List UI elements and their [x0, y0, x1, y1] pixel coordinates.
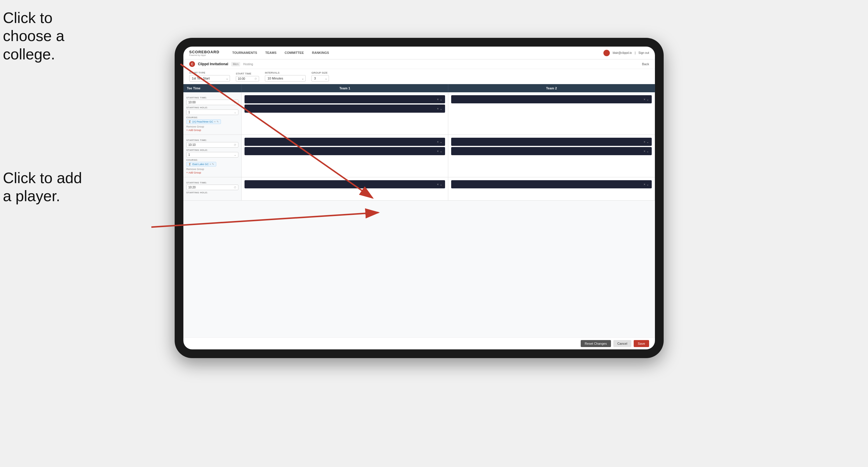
app-header: SCOREBOARD Powered by clippd TOURNAMENTS… — [183, 46, 655, 59]
course-edit-1[interactable]: ✎ — [217, 120, 219, 123]
course-tag-1[interactable]: 🏌 (A) Peachtree GC × ✎ — [186, 119, 221, 124]
back-button[interactable]: Back — [642, 62, 649, 66]
player-row[interactable]: × ⌄ — [451, 147, 652, 155]
logo-sub: Powered by clippd — [189, 54, 219, 56]
player-edit-btn[interactable]: ⌄ — [647, 140, 649, 144]
annotation-choose-college: Click to choose a college. — [3, 9, 102, 63]
starting-time-label-3: STARTING TIME: — [186, 181, 238, 184]
nav-tabs: TOURNAMENTS TEAMS COMMITTEE RANKINGS — [228, 46, 603, 59]
player-x-btn[interactable]: × — [437, 98, 439, 101]
intervals-select[interactable]: 10 Minutes 8 Minutes 12 Minutes — [265, 75, 306, 82]
remove-group-1[interactable]: Remove Group — [186, 125, 238, 128]
col-team1: Team 1 — [242, 84, 448, 92]
annotation-text-1: Click to choose a — [3, 9, 64, 44]
group-3-team2: × ⌄ — [448, 177, 655, 200]
logo-c-icon: C — [189, 61, 195, 67]
player-actions: × ⌄ — [437, 183, 442, 186]
player-x-btn[interactable]: × — [437, 150, 439, 153]
save-button[interactable]: Save — [634, 340, 649, 347]
sub-header: C Clippd Invitational Men Hosting Back — [183, 59, 655, 69]
tab-rankings[interactable]: RANKINGS — [308, 46, 333, 59]
reset-changes-button[interactable]: Reset Changes — [581, 340, 611, 347]
player-x-btn[interactable]: × — [437, 107, 439, 110]
annotation-text-4: a player. — [3, 187, 60, 205]
player-actions: × ⌄ — [437, 140, 442, 144]
player-edit-btn[interactable]: ⌄ — [647, 183, 649, 186]
course-tag-2[interactable]: 🏌 East Lake GC × ✎ — [186, 162, 216, 166]
player-row[interactable]: × ⌄ — [245, 180, 445, 188]
tablet-screen: SCOREBOARD Powered by clippd TOURNAMENTS… — [183, 46, 655, 349]
tab-teams[interactable]: TEAMS — [261, 46, 281, 59]
course-edit-2[interactable]: ✎ — [212, 163, 214, 166]
intervals-select-wrapper: 10 Minutes 8 Minutes 12 Minutes — [265, 75, 306, 82]
men-tag: Men — [231, 62, 240, 66]
course-icon-2: 🏌 — [188, 163, 191, 166]
course-remove-2[interactable]: × — [210, 163, 211, 166]
starting-time-label-2: STARTING TIME: — [186, 139, 238, 142]
player-edit-btn[interactable]: ⌄ — [440, 183, 442, 186]
player-row[interactable]: × ⌄ — [451, 95, 652, 103]
group-2-left: STARTING TIME: 10:10 ⏱ STARTING HOLE: 1 … — [183, 135, 242, 177]
starting-hole-label-1: STARTING HOLE: — [186, 106, 238, 109]
group-2-team2: × ⌄ × ⌄ — [448, 135, 655, 177]
tab-committee[interactable]: COMMITTEE — [281, 46, 308, 59]
remove-group-2[interactable]: Remove Group — [186, 168, 238, 170]
tournament-name: Clippd Invitational — [198, 62, 228, 66]
starting-time-value-1: 10:00 ⏱ — [186, 100, 238, 105]
group-1-team1: × ⌄ × ⌄ — [242, 92, 448, 134]
add-group-2[interactable]: + Add Group — [186, 171, 238, 174]
player-row[interactable]: × ⌄ — [451, 180, 652, 188]
intervals-group: Intervals 10 Minutes 8 Minutes 12 Minute… — [265, 71, 306, 82]
start-type-select[interactable]: 1st Tee Start Shotgun Start — [189, 75, 230, 82]
group-size-select[interactable]: 3 2 4 — [311, 75, 329, 82]
course-label-1: COURSE: — [186, 116, 238, 119]
player-edit-btn[interactable]: ⌄ — [647, 98, 649, 101]
user-email: blair@clippd.io — [613, 51, 632, 55]
player-x-btn[interactable]: × — [644, 183, 645, 186]
player-edit-btn[interactable]: ⌄ — [440, 150, 442, 153]
starting-time-value-2: 10:10 ⏱ — [186, 142, 238, 148]
starting-time-value-3: 10:20 ⏱ — [186, 185, 238, 190]
player-row[interactable]: × ⌄ — [245, 138, 445, 146]
hole-chevron-1: ⌄ — [234, 111, 236, 114]
start-type-group: Start Type 1st Tee Start Shotgun Start — [189, 71, 230, 82]
player-x-btn[interactable]: × — [644, 150, 645, 153]
player-actions: × ⌄ — [644, 140, 649, 144]
sign-out-link[interactable]: Sign out — [638, 51, 649, 55]
scoreboard-logo: SCOREBOARD Powered by clippd — [189, 50, 219, 56]
time-icon-1: ⏱ — [234, 101, 236, 104]
starting-hole-value-2: 1 ⌄ — [186, 152, 238, 157]
player-x-btn[interactable]: × — [437, 140, 439, 144]
table-header: Tee Time Team 1 Team 2 — [183, 84, 655, 92]
player-edit-btn[interactable]: ⌄ — [647, 150, 649, 153]
logo-title: SCOREBOARD — [189, 50, 219, 54]
group-1-team2: × ⌄ — [448, 92, 655, 134]
player-edit-btn[interactable]: ⌄ — [440, 140, 442, 144]
course-icon-1: 🏌 — [188, 120, 191, 123]
col-tee-time: Tee Time — [183, 84, 242, 92]
starting-hole-value-1: 1 ⌄ — [186, 110, 238, 115]
player-actions: × ⌄ — [437, 98, 442, 101]
player-row[interactable]: × ⌄ — [245, 104, 445, 113]
cancel-button[interactable]: Cancel — [613, 340, 631, 347]
player-row[interactable]: × ⌄ — [245, 95, 445, 103]
course-label-2: COURSE: — [186, 159, 238, 161]
annotation-add-player: Click to add a player. — [3, 169, 96, 205]
player-x-btn[interactable]: × — [644, 140, 645, 144]
starting-hole-label-3: STARTING HOLE: — [186, 191, 238, 194]
player-row[interactable]: × ⌄ — [245, 147, 445, 155]
player-actions: × ⌄ — [644, 183, 649, 186]
table-row: STARTING TIME: 10:00 ⏱ STARTING HOLE: 1 … — [183, 92, 655, 135]
player-row[interactable]: × ⌄ — [451, 138, 652, 146]
player-x-btn[interactable]: × — [437, 183, 439, 186]
add-group-1[interactable]: + Add Group — [186, 129, 238, 132]
player-edit-btn[interactable]: ⌄ — [440, 107, 442, 110]
intervals-label: Intervals — [265, 71, 306, 74]
annotation-text-2: college. — [3, 46, 55, 63]
player-x-btn[interactable]: × — [644, 98, 645, 101]
start-type-select-wrapper: 1st Tee Start Shotgun Start — [189, 75, 230, 82]
player-edit-btn[interactable]: ⌄ — [440, 98, 442, 101]
course-remove-1[interactable]: × — [214, 120, 216, 123]
player-actions: × ⌄ — [437, 150, 442, 153]
tab-tournaments[interactable]: TOURNAMENTS — [228, 46, 261, 59]
